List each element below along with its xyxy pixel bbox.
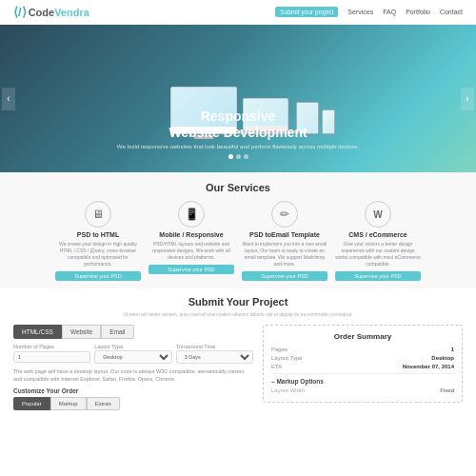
service-btn-0[interactable]: Supervise your PSD [55,271,141,281]
service-btn-1[interactable]: Supervise your PSD [149,265,234,274]
markup-val-0: Fixed [440,387,454,393]
hero-text: ResponsiveWebsite Development We build r… [117,109,359,159]
service-icon-1: 📱 [178,201,205,228]
pages-label: Number of Pages [13,344,90,349]
tab-htmlcss[interactable]: HTML/CSS [13,325,62,339]
form-note: The web page will have a desktop layout.… [13,367,253,384]
layout-label: Layout Type [94,344,171,349]
service-desc-3: Give your visitors a better design exper… [335,241,421,268]
hero-next-button[interactable]: › [461,88,474,110]
form-row-1: Number of Pages Layout Type Desktop Resp… [13,344,253,364]
service-btn-2[interactable]: Supervise your PSD [242,271,327,281]
logo-vendra: Vendra [54,7,89,18]
order-val-eta: November 07, 2014 [403,364,454,369]
markup-key-0: Layout Width [271,387,305,393]
service-desc-2: Want to implement you into a new email l… [242,241,327,268]
hero-dots [117,154,359,159]
nav-submit[interactable]: Submit your project [275,7,338,17]
order-markup-row-0: Layout Width Fixed [271,387,454,393]
service-name-1: Mobile / Responsive [149,231,234,238]
service-item-2: ✏ PSD toEmail Template Want to implement… [242,201,327,281]
tab-website[interactable]: Website [62,325,101,339]
service-item-3: W CMS / eCommerce Give your visitors a b… [335,201,421,281]
customize-label: Customize Your Order [13,387,253,394]
layout-select[interactable]: Desktop Responsive Mobile [94,350,171,364]
order-row-eta: ETA November 07, 2014 [271,364,454,369]
order-summary-box: Order Summary Pages 1 Layout Type Deskto… [263,325,463,403]
turnaround-label: Turnaround Time [176,344,253,349]
hero-dot-2[interactable] [236,154,241,159]
services-section: Our Services 🖥 PSD to HTML We create you… [0,172,476,288]
order-val-layout: Desktop [431,355,454,361]
customize-tab-extras[interactable]: Extras [87,397,120,410]
logo-icon: ⟨/⟩ [13,5,27,19]
hero-prev-button[interactable]: ‹ [2,88,15,110]
order-divider [271,373,454,374]
submit-desc: Ut enim ad minim veniam, quis nostrud ex… [13,311,463,319]
service-name-0: PSD to HTML [55,231,141,238]
service-icon-0: 🖥 [85,201,111,228]
nav-services[interactable]: Services [347,9,373,15]
order-key-pages: Pages [271,347,288,352]
order-summary: Order Summary Pages 1 Layout Type Deskto… [263,325,463,411]
services-grid: 🖥 PSD to HTML We create your design in h… [13,201,463,281]
services-title: Our Services [13,182,463,193]
service-desc-0: We create your design in high quality HT… [55,241,141,268]
order-val-pages: 1 [451,347,454,352]
customize-tab-markup[interactable]: Markup [50,397,87,410]
pages-input[interactable] [13,351,90,363]
order-key-eta: ETA [271,364,282,369]
order-key-layout: Layout Type [271,355,303,361]
hero-dot-1[interactable] [228,154,233,159]
main-nav: Submit your project Services FAQ Portfol… [275,7,463,17]
submit-section: Submit Your Project Ut enim ad minim ven… [0,288,476,418]
hero-title: ResponsiveWebsite Development [117,109,359,141]
service-desc-1: PSD/HTML layouts and website and respons… [149,241,234,261]
nav-faq[interactable]: FAQ [383,9,396,15]
submit-body: HTML/CSS Website Email Number of Pages L… [13,325,463,411]
nav-contact[interactable]: Contact [440,9,463,15]
hero-dot-3[interactable] [244,154,248,159]
order-title: Order Summary [271,332,454,341]
service-item-0: 🖥 PSD to HTML We create your design in h… [55,201,141,281]
service-item-1: 📱 Mobile / Responsive PSD/HTML layouts a… [149,201,234,281]
submit-form: HTML/CSS Website Email Number of Pages L… [13,325,253,411]
order-row-pages: Pages 1 [271,347,454,352]
logo-code: Code [29,7,55,18]
customize-tabs: Popular Markup Extras [13,397,253,410]
order-markup-section: – Markup Options [271,378,454,385]
service-name-3: CMS / eCommerce [335,231,421,238]
tab-email[interactable]: Email [101,325,133,339]
customize-tab-popular[interactable]: Popular [13,397,50,410]
header: ⟨/⟩ Code Vendra Submit your project Serv… [0,0,476,25]
turnaround-field: Turnaround Time 3 Days 5 Days 7 Days [176,344,253,364]
submit-title: Submit Your Project [13,296,463,307]
logo: ⟨/⟩ Code Vendra [13,5,89,19]
service-btn-3[interactable]: Supervise your PSD [335,271,421,281]
turnaround-select[interactable]: 3 Days 5 Days 7 Days [176,350,253,364]
hero-subtitle: We build responsive websites that look b… [117,144,359,149]
order-row-layout: Layout Type Desktop [271,355,454,361]
pages-field: Number of Pages [13,344,90,364]
layout-field: Layout Type Desktop Responsive Mobile [94,344,171,364]
service-icon-2: ✏ [271,201,298,228]
hero-section: ‹ › ResponsiveWebsite Development We bui… [0,25,476,172]
form-tabs: HTML/CSS Website Email [13,325,253,339]
service-name-2: PSD toEmail Template [242,231,327,238]
nav-portfolio[interactable]: Portfolio [406,9,430,15]
service-icon-3: W [365,201,391,228]
